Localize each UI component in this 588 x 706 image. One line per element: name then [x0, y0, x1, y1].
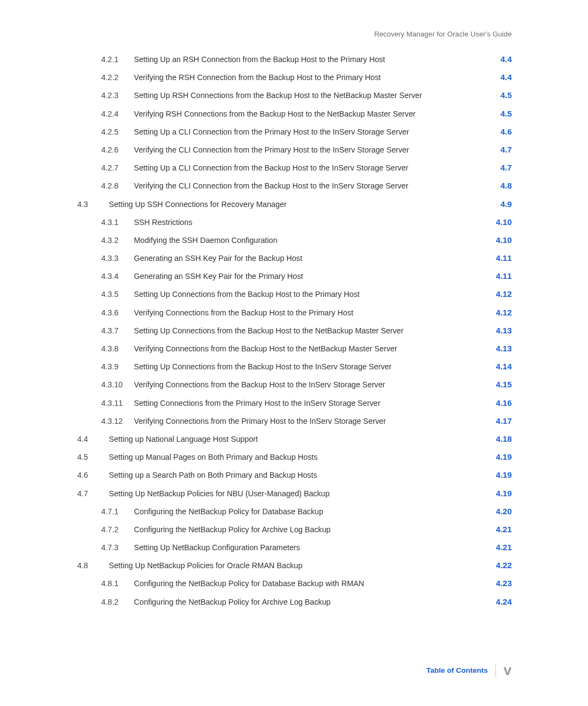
toc-entry-number: 4.2.1: [101, 55, 134, 64]
running-header: Recovery Manager for Oracle User's Guide: [76, 30, 512, 38]
toc-entry[interactable]: 4.5Setting up Manual Pages on Both Prima…: [76, 452, 512, 461]
toc-entry-number: 4.8.1: [101, 579, 134, 588]
toc-entry[interactable]: 4.7Setting Up NetBackup Policies for NBU…: [76, 489, 512, 498]
toc-entry-number: 4.3.10: [101, 380, 134, 389]
toc-entry-number: 4.3.2: [101, 236, 134, 245]
toc-entry[interactable]: 4.3.3Generating an SSH Key Pair for the …: [76, 253, 512, 263]
toc-entry-title: Setting Up a CLI Connection from the Bac…: [134, 163, 479, 172]
toc-entry[interactable]: 4.8.2Configuring the NetBackup Policy fo…: [76, 597, 512, 606]
toc-entry-number: 4.3.3: [101, 254, 134, 263]
toc-entry-number: 4.7: [76, 489, 109, 498]
toc-entry[interactable]: 4.3.9Setting Up Connections from the Bac…: [76, 362, 512, 371]
toc-entry-title: Configuring the NetBackup Policy for Arc…: [134, 525, 479, 534]
toc-entry-title: Setting Up NetBackup Configuration Param…: [134, 543, 479, 552]
toc-entry[interactable]: 4.7.3Setting Up NetBackup Configuration …: [76, 543, 512, 552]
toc-entry-title: Verifying Connections from the Backup Ho…: [134, 308, 479, 317]
toc-entry-page: 4.17: [479, 416, 512, 425]
toc-entry-number: 4.3.9: [101, 362, 134, 371]
toc-entry-number: 4.7.1: [101, 507, 134, 516]
toc-entry[interactable]: 4.3.2Modifying the SSH Daemon Configurat…: [76, 235, 512, 245]
toc-entry-number: 4.3.11: [101, 399, 134, 407]
toc-entry-title: Verifying the CLI Connection from the Pr…: [134, 145, 479, 154]
toc-entry-page: 4.13: [479, 344, 512, 353]
toc-entry-title: Setting Up a CLI Connection from the Pri…: [134, 127, 479, 136]
toc-entry-title: Setting Up RSH Connections from the Back…: [134, 91, 479, 100]
toc-entry-number: 4.3.6: [101, 308, 134, 317]
document-page: Recovery Manager for Oracle User's Guide…: [0, 0, 588, 659]
toc-entry-number: 4.2.8: [101, 181, 134, 190]
toc-entry[interactable]: 4.7.2Configuring the NetBackup Policy fo…: [76, 525, 512, 534]
toc-entry-title: Setting Connections from the Primary Hos…: [134, 399, 479, 407]
toc-entry-page: 4.20: [479, 507, 512, 516]
toc-entry-page: 4.19: [479, 489, 512, 498]
toc-entry-page: 4.12: [479, 308, 512, 317]
toc-entry-title: Setting Up NetBackup Policies for Oracle…: [109, 561, 479, 570]
toc-entry-number: 4.2.3: [101, 91, 134, 100]
toc-entry-page: 4.12: [479, 289, 512, 299]
toc-entry-title: Setting up a Search Path on Both Primary…: [109, 471, 479, 479]
toc-entry-title: Modifying the SSH Daemon Configuration: [134, 236, 479, 245]
toc-entry-title: Configuring the NetBackup Policy for Dat…: [134, 579, 479, 588]
toc-entry[interactable]: 4.3.1SSH Restrictions4.10: [76, 217, 512, 227]
toc-entry[interactable]: 4.2.6Verifying the CLI Connection from t…: [76, 145, 512, 154]
toc-entry-page: 4.14: [479, 362, 512, 371]
toc-entry[interactable]: 4.2.1Setting Up an RSH Connection from t…: [76, 54, 512, 64]
toc-entry-number: 4.2.7: [101, 163, 134, 172]
toc-entry[interactable]: 4.3.10Verifying Connections from the Bac…: [76, 380, 512, 389]
toc-entry-title: Setting Up SSH Connections for Recovery …: [109, 200, 479, 209]
toc-entry[interactable]: 4.8Setting Up NetBackup Policies for Ora…: [76, 561, 512, 570]
toc-entry-title: Generating an SSH Key Pair for the Prima…: [134, 272, 479, 281]
toc-entry[interactable]: 4.3.11Setting Connections from the Prima…: [76, 398, 512, 407]
toc-entry-page: 4.19: [479, 470, 512, 479]
toc-entry[interactable]: 4.3Setting Up SSH Connections for Recove…: [76, 199, 512, 209]
toc-entry[interactable]: 4.2.5Setting Up a CLI Connection from th…: [76, 127, 512, 136]
toc-entry-page: 4.16: [479, 398, 512, 407]
toc-entry-title: Verifying the CLI Connection from the Ba…: [134, 181, 479, 190]
toc-entry-page: 4.9: [479, 199, 512, 209]
toc-entry[interactable]: 4.8.1Configuring the NetBackup Policy fo…: [76, 579, 512, 588]
toc-entry-page: 4.5: [479, 109, 512, 118]
toc-entry-title: Setting Up NetBackup Policies for NBU (U…: [109, 489, 479, 498]
toc-entry[interactable]: 4.4Setting up National Language Host Sup…: [76, 434, 512, 443]
toc-entry-number: 4.8: [76, 561, 109, 570]
toc-entry-title: Setting Up Connections from the Backup H…: [134, 326, 479, 335]
toc-entry[interactable]: 4.6Setting up a Search Path on Both Prim…: [76, 470, 512, 479]
toc-entry[interactable]: 4.2.4Verifying RSH Connections from the …: [76, 109, 512, 118]
toc-entry-number: 4.3.8: [101, 344, 134, 353]
toc-entry[interactable]: 4.3.7Setting Up Connections from the Bac…: [76, 326, 512, 335]
toc-entry[interactable]: 4.7.1Configuring the NetBackup Policy fo…: [76, 507, 512, 516]
toc-entry-title: Verifying Connections from the Backup Ho…: [134, 380, 479, 389]
toc-entry-number: 4.8.2: [101, 598, 134, 606]
toc-entry-number: 4.5: [76, 453, 109, 461]
toc-entry[interactable]: 4.2.3Setting Up RSH Connections from the…: [76, 90, 512, 100]
toc-entry-page: 4.7: [479, 163, 512, 172]
footer-page-number: v: [504, 662, 512, 679]
toc-entry[interactable]: 4.2.2Verifying the RSH Connection from t…: [76, 72, 512, 82]
toc-entry-title: Verifying RSH Connections from the Backu…: [134, 109, 479, 118]
toc-entry-page: 4.24: [479, 597, 512, 606]
toc-entry-page: 4.7: [479, 145, 512, 154]
toc-entry-title: Generating an SSH Key Pair for the Backu…: [134, 254, 479, 263]
toc-entry[interactable]: 4.2.8Verifying the CLI Connection from t…: [76, 181, 512, 190]
toc-entry[interactable]: 4.3.6Verifying Connections from the Back…: [76, 308, 512, 317]
toc-entry-page: 4.11: [479, 271, 512, 281]
toc-entry-title: Setting Up Connections from the Backup H…: [134, 290, 479, 299]
toc-entry-title: Verifying the RSH Connection from the Ba…: [134, 73, 479, 82]
toc-entry-title: Setting up Manual Pages on Both Primary …: [109, 453, 479, 461]
toc-entry[interactable]: 4.3.8Verifying Connections from the Back…: [76, 344, 512, 353]
toc-entry-title: SSH Restrictions: [134, 218, 479, 227]
toc-entry-number: 4.3.5: [101, 290, 134, 299]
toc-entry-number: 4.3.1: [101, 218, 134, 227]
toc-entry-page: 4.6: [479, 127, 512, 136]
toc-entry[interactable]: 4.3.12Verifying Connections from the Pri…: [76, 416, 512, 425]
toc-entry-page: 4.18: [479, 434, 512, 443]
toc-entry[interactable]: 4.2.7Setting Up a CLI Connection from th…: [76, 163, 512, 172]
toc-entry[interactable]: 4.3.5Setting Up Connections from the Bac…: [76, 289, 512, 299]
toc-entry-number: 4.7.2: [101, 525, 134, 534]
toc-entry[interactable]: 4.3.4Generating an SSH Key Pair for the …: [76, 271, 512, 281]
toc-entry-number: 4.2.2: [101, 73, 134, 82]
toc-entry-number: 4.3.12: [101, 417, 134, 425]
toc-entry-title: Configuring the NetBackup Policy for Dat…: [134, 507, 479, 516]
toc-entry-page: 4.15: [479, 380, 512, 389]
toc-entry-page: 4.21: [479, 525, 512, 534]
